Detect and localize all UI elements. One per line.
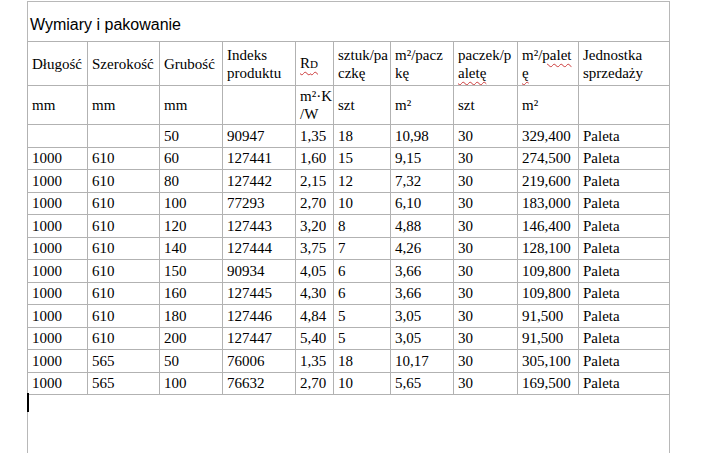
table-cell [88,125,160,148]
header-cell: RD [296,42,334,86]
table-cell: Paleta [579,192,670,215]
table-row: 1000610100772932,70106,1030183,000Paleta [28,192,670,215]
table-cell: 2,70 [296,192,334,215]
table-cell [28,125,88,148]
table-cell: 76006 [223,350,296,373]
table-row: 1000610150909344,0563,6630109,800Paleta [28,260,670,283]
table-cell: 6,10 [391,192,454,215]
header-cell: Długość [28,42,88,86]
table-cell: 1000 [28,350,88,373]
table-cell: Paleta [579,237,670,260]
table-cell: Paleta [579,282,670,305]
table-cell: 3,75 [296,237,334,260]
table-row: 10006101401274443,7574,2630128,100Paleta [28,237,670,260]
table-cell: 1000 [28,305,88,328]
header-cell: Indeksproduktu [223,42,296,86]
table-row: 1000610801274422,15127,3230219,600Paleta [28,170,670,193]
table-cell: 1000 [28,237,88,260]
header-cell: m²/paletę [518,42,579,86]
table-cell: 6 [334,260,391,283]
misspelled-text: ę [522,65,529,81]
table-cell: Paleta [579,170,670,193]
table-cell: 8 [334,215,391,238]
table-cell: 565 [88,350,160,373]
table-cell: 4,26 [391,237,454,260]
table-cell: 610 [88,147,160,170]
table-cell: 127443 [223,215,296,238]
table-cell: Paleta [579,147,670,170]
table-cell: 169,500 [518,372,579,395]
table-cell: 127442 [223,170,296,193]
table-cell: Paleta [579,305,670,328]
table-cell: 30 [454,237,518,260]
header-cell: Jednostkasprzedaży [579,42,670,86]
table-cell: 7 [334,237,391,260]
unit-cell [579,86,670,125]
table-cell: 1,35 [296,125,334,148]
table-cell: 30 [454,282,518,305]
table-cell: 127446 [223,305,296,328]
header-cell: sztuk/paczkę [334,42,391,86]
header-text: m²/pacz [395,47,443,63]
table-cell: 565 [88,372,160,395]
table-cell: 120 [160,215,223,238]
document-page[interactable]: Wymiary i pakowanie DługośćSzerokośćGrub… [0,0,721,453]
table-cell: 610 [88,170,160,193]
table-cell: 9,15 [391,147,454,170]
table-cell: 10,98 [391,125,454,148]
table-cell: 3,20 [296,215,334,238]
page-title: Wymiary i pakowanie [30,15,181,34]
table-cell: 30 [454,350,518,373]
table-cell: 1000 [28,372,88,395]
table-cell: 219,600 [518,170,579,193]
table-cell: 10,17 [391,350,454,373]
table-cell: 30 [454,305,518,328]
table-cell: 77293 [223,192,296,215]
table-cell: 3,66 [391,282,454,305]
table-cell: 610 [88,282,160,305]
misspelled-text: D [310,58,318,70]
table-cell: Paleta [579,327,670,350]
dimensions-packaging-table: DługośćSzerokośćGrubośćIndeksproduktuRDs… [27,41,670,395]
table-cell: 610 [88,260,160,283]
table-cell: 1000 [28,215,88,238]
unit-cell: mm [160,86,223,125]
header-text: produktu [227,65,281,81]
table-cell: 90934 [223,260,296,283]
table-row: 10006101201274433,2084,8830146,400Paleta [28,215,670,238]
unit-cell: szt [454,86,518,125]
unit-cell: m²·K/W [296,86,334,125]
table-cell: 200 [160,327,223,350]
table-cell: 329,400 [518,125,579,148]
table-cell: 30 [454,170,518,193]
unit-cell: szt [334,86,391,125]
table-cell: 18 [334,350,391,373]
table-cell: 50 [160,125,223,148]
table-cell: 1000 [28,260,88,283]
table-cell: 18 [334,125,391,148]
table-cell: 80 [160,170,223,193]
table-cell: Paleta [579,350,670,373]
table-cell: 30 [454,372,518,395]
table-cell: 3,66 [391,260,454,283]
header-cell: Szerokość [88,42,160,86]
table-cell: 2,70 [296,372,334,395]
table-cell: Paleta [579,372,670,395]
header-text: sprzedaży [583,65,643,81]
table-cell: 10 [334,192,391,215]
header-text: Jednostka [583,47,642,63]
table-row: 10006101801274464,8453,053091,500Paleta [28,305,670,328]
table-cell: 127445 [223,282,296,305]
unit-cell: m² [391,86,454,125]
units-row: mmmmmmm²·K/Wsztm²sztm² [28,86,670,125]
table-cell: 4,30 [296,282,334,305]
table-cell: 109,800 [518,260,579,283]
table-cell: 127441 [223,147,296,170]
table-cell: 610 [88,237,160,260]
header-text: kę [395,65,409,81]
unit-cell: mm [28,86,88,125]
table-cell: 50 [160,350,223,373]
table-cell: 1,60 [296,147,334,170]
table-cell: 7,32 [391,170,454,193]
table-cell: 90947 [223,125,296,148]
